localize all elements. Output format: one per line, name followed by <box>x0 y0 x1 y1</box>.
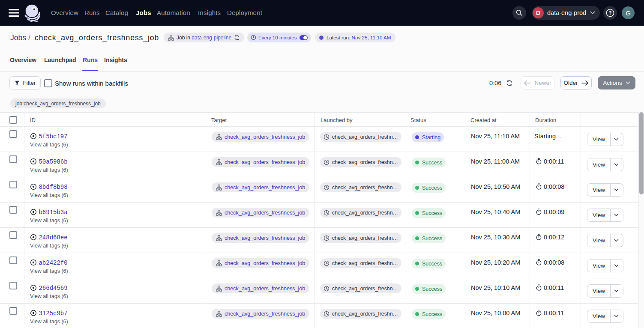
svg-text:?: ? <box>609 10 612 15</box>
